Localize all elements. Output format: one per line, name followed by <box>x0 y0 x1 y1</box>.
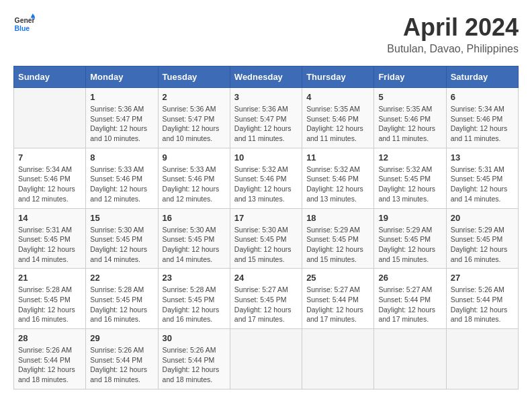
day-number: 5 <box>378 92 441 102</box>
table-row <box>374 329 446 390</box>
table-row: 2Sunrise: 5:36 AMSunset: 5:47 PMDaylight… <box>158 88 230 148</box>
svg-text:Blue: Blue <box>15 25 30 32</box>
calendar-table: Sunday Monday Tuesday Wednesday Thursday… <box>13 66 519 390</box>
calendar-week-row: 1Sunrise: 5:36 AMSunset: 5:47 PMDaylight… <box>14 88 519 148</box>
day-number: 21 <box>18 273 81 283</box>
day-number: 28 <box>18 333 81 343</box>
table-row: 20Sunrise: 5:29 AMSunset: 5:45 PMDayligh… <box>446 208 518 269</box>
day-detail: Sunrise: 5:32 AMSunset: 5:46 PMDaylight:… <box>234 165 298 204</box>
table-row: 25Sunrise: 5:27 AMSunset: 5:44 PMDayligh… <box>302 269 374 329</box>
table-row: 13Sunrise: 5:31 AMSunset: 5:45 PMDayligh… <box>446 148 518 208</box>
day-number: 19 <box>378 213 441 223</box>
table-row: 18Sunrise: 5:29 AMSunset: 5:45 PMDayligh… <box>302 208 374 269</box>
day-number: 13 <box>451 152 514 163</box>
table-row: 21Sunrise: 5:28 AMSunset: 5:45 PMDayligh… <box>14 269 86 329</box>
day-number: 18 <box>306 213 369 223</box>
day-detail: Sunrise: 5:34 AMSunset: 5:46 PMDaylight:… <box>451 104 514 144</box>
day-detail: Sunrise: 5:28 AMSunset: 5:45 PMDaylight:… <box>163 285 226 324</box>
day-detail: Sunrise: 5:27 AMSunset: 5:45 PMDaylight:… <box>234 285 298 324</box>
day-detail: Sunrise: 5:29 AMSunset: 5:45 PMDaylight:… <box>451 225 514 265</box>
day-number: 17 <box>234 213 298 223</box>
table-row: 14Sunrise: 5:31 AMSunset: 5:45 PMDayligh… <box>14 208 86 269</box>
day-detail: Sunrise: 5:36 AMSunset: 5:47 PMDaylight:… <box>90 104 153 144</box>
day-number: 27 <box>451 273 514 283</box>
day-detail: Sunrise: 5:31 AMSunset: 5:45 PMDaylight:… <box>451 165 514 204</box>
day-detail: Sunrise: 5:33 AMSunset: 5:46 PMDaylight:… <box>90 165 153 204</box>
table-row: 8Sunrise: 5:33 AMSunset: 5:46 PMDaylight… <box>86 148 158 208</box>
day-detail: Sunrise: 5:32 AMSunset: 5:45 PMDaylight:… <box>378 165 441 204</box>
header-thursday: Thursday <box>302 66 374 88</box>
table-row: 5Sunrise: 5:35 AMSunset: 5:46 PMDaylight… <box>374 88 446 148</box>
day-number: 16 <box>163 213 226 223</box>
day-detail: Sunrise: 5:36 AMSunset: 5:47 PMDaylight:… <box>234 104 298 144</box>
table-row: 26Sunrise: 5:27 AMSunset: 5:44 PMDayligh… <box>374 269 446 329</box>
day-number: 8 <box>90 152 153 163</box>
month-year-title: April 2024 <box>387 13 519 42</box>
table-row: 9Sunrise: 5:33 AMSunset: 5:46 PMDaylight… <box>158 148 230 208</box>
day-number: 6 <box>451 92 514 102</box>
day-detail: Sunrise: 5:30 AMSunset: 5:45 PMDaylight:… <box>234 225 298 265</box>
header-monday: Monday <box>86 66 158 88</box>
calendar-header-row: Sunday Monday Tuesday Wednesday Thursday… <box>14 66 519 88</box>
table-row: 24Sunrise: 5:27 AMSunset: 5:45 PMDayligh… <box>230 269 302 329</box>
day-detail: Sunrise: 5:29 AMSunset: 5:45 PMDaylight:… <box>306 225 369 265</box>
day-number: 1 <box>90 92 153 102</box>
table-row: 6Sunrise: 5:34 AMSunset: 5:46 PMDaylight… <box>446 88 518 148</box>
table-row <box>230 329 302 390</box>
day-number: 25 <box>306 273 369 283</box>
header-friday: Friday <box>374 66 446 88</box>
table-row: 28Sunrise: 5:26 AMSunset: 5:44 PMDayligh… <box>14 329 86 390</box>
day-number: 4 <box>306 92 369 102</box>
table-row: 22Sunrise: 5:28 AMSunset: 5:45 PMDayligh… <box>86 269 158 329</box>
day-detail: Sunrise: 5:26 AMSunset: 5:44 PMDaylight:… <box>451 285 514 324</box>
day-number: 14 <box>18 213 81 223</box>
logo-icon: General Blue <box>13 13 35 35</box>
day-detail: Sunrise: 5:30 AMSunset: 5:45 PMDaylight:… <box>163 225 226 265</box>
location-subtitle: Butulan, Davao, Philippines <box>387 43 519 55</box>
title-block: April 2024 Butulan, Davao, Philippines <box>387 13 519 55</box>
table-row: 11Sunrise: 5:32 AMSunset: 5:46 PMDayligh… <box>302 148 374 208</box>
table-row: 16Sunrise: 5:30 AMSunset: 5:45 PMDayligh… <box>158 208 230 269</box>
table-row: 19Sunrise: 5:29 AMSunset: 5:45 PMDayligh… <box>374 208 446 269</box>
day-detail: Sunrise: 5:36 AMSunset: 5:47 PMDaylight:… <box>163 104 226 144</box>
day-number: 11 <box>306 152 369 163</box>
logo: General Blue <box>13 13 35 35</box>
day-number: 20 <box>451 213 514 223</box>
day-number: 12 <box>378 152 441 163</box>
page-header: General Blue April 2024 Butulan, Davao, … <box>13 13 519 55</box>
day-number: 15 <box>90 213 153 223</box>
table-row: 7Sunrise: 5:34 AMSunset: 5:46 PMDaylight… <box>14 148 86 208</box>
calendar-week-row: 7Sunrise: 5:34 AMSunset: 5:46 PMDaylight… <box>14 148 519 208</box>
calendar-week-row: 21Sunrise: 5:28 AMSunset: 5:45 PMDayligh… <box>14 269 519 329</box>
table-row: 4Sunrise: 5:35 AMSunset: 5:46 PMDaylight… <box>302 88 374 148</box>
day-number: 24 <box>234 273 298 283</box>
day-number: 22 <box>90 273 153 283</box>
table-row <box>14 88 86 148</box>
table-row <box>446 329 518 390</box>
day-detail: Sunrise: 5:26 AMSunset: 5:44 PMDaylight:… <box>18 345 81 385</box>
day-number: 3 <box>234 92 298 102</box>
day-number: 9 <box>163 152 226 163</box>
table-row: 30Sunrise: 5:26 AMSunset: 5:44 PMDayligh… <box>158 329 230 390</box>
header-wednesday: Wednesday <box>230 66 302 88</box>
table-row: 23Sunrise: 5:28 AMSunset: 5:45 PMDayligh… <box>158 269 230 329</box>
header-tuesday: Tuesday <box>158 66 230 88</box>
day-detail: Sunrise: 5:30 AMSunset: 5:45 PMDaylight:… <box>90 225 153 265</box>
day-detail: Sunrise: 5:26 AMSunset: 5:44 PMDaylight:… <box>90 345 153 385</box>
day-detail: Sunrise: 5:26 AMSunset: 5:44 PMDaylight:… <box>163 345 226 385</box>
header-sunday: Sunday <box>14 66 86 88</box>
day-number: 2 <box>163 92 226 102</box>
header-saturday: Saturday <box>446 66 518 88</box>
day-detail: Sunrise: 5:27 AMSunset: 5:44 PMDaylight:… <box>306 285 369 324</box>
day-number: 30 <box>163 333 226 343</box>
day-detail: Sunrise: 5:35 AMSunset: 5:46 PMDaylight:… <box>306 104 369 144</box>
day-detail: Sunrise: 5:35 AMSunset: 5:46 PMDaylight:… <box>378 104 441 144</box>
day-detail: Sunrise: 5:34 AMSunset: 5:46 PMDaylight:… <box>18 165 81 204</box>
table-row: 1Sunrise: 5:36 AMSunset: 5:47 PMDaylight… <box>86 88 158 148</box>
table-row: 10Sunrise: 5:32 AMSunset: 5:46 PMDayligh… <box>230 148 302 208</box>
day-detail: Sunrise: 5:32 AMSunset: 5:46 PMDaylight:… <box>306 165 369 204</box>
day-detail: Sunrise: 5:28 AMSunset: 5:45 PMDaylight:… <box>18 285 81 324</box>
day-number: 29 <box>90 333 153 343</box>
day-number: 26 <box>378 273 441 283</box>
table-row: 3Sunrise: 5:36 AMSunset: 5:47 PMDaylight… <box>230 88 302 148</box>
